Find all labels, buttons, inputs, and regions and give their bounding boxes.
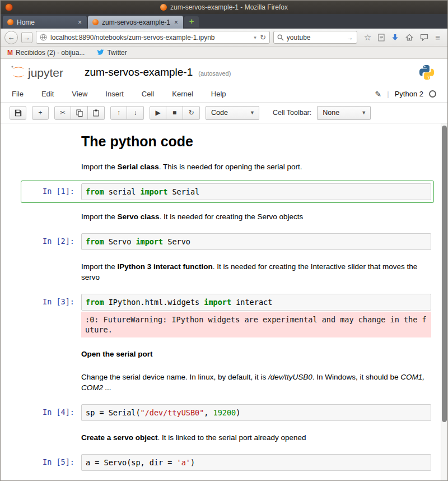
interrupt-kernel-button[interactable]: ■ [166,106,183,120]
code-line: sp = Serial("/dev/ttyUSB0", 19200) [86,408,427,418]
bookmark-twitter[interactable]: Twitter [97,49,127,57]
bookmark-label: Twitter [107,49,127,57]
bookmark-label: Recibidos (2) - obijua... [16,49,85,57]
notebook-menubar: File Edit View Insert Cell Kernel Help ✎… [1,86,447,103]
restart-kernel-button[interactable]: ↻ [183,106,200,120]
run-cell-button[interactable]: ▶ [150,106,166,120]
markdown-cell[interactable]: Import the Servo class. It is needed for… [21,207,434,226]
gmail-icon: M [7,49,13,57]
markdown-paragraph: Open the serial port [81,349,431,359]
code-input[interactable]: from serial import Serial [81,183,431,200]
menu-item-view[interactable]: View [72,90,87,98]
markdown-cell[interactable]: Open the serial port [21,345,434,363]
input-prompt: In [4]: [24,404,81,421]
notebook-content: The python code Import the Serial class.… [1,123,447,480]
copy-cell-button[interactable] [71,106,88,120]
cell-type-select[interactable]: Code ▼ [206,106,259,120]
window-close-button[interactable] [5,3,13,11]
markdown-cell[interactable]: The python code [21,131,434,153]
site-identity-icon[interactable] [40,34,47,41]
code-cell-5[interactable]: In [5]: a = Servo(sp, dir = 'a') [21,451,434,474]
search-go-icon[interactable]: → [347,34,353,41]
markdown-cell[interactable]: Create a servo object. It is linked to t… [21,428,434,447]
home-icon[interactable] [405,34,413,41]
markdown-cell[interactable]: Change the serial device name. In linux,… [21,368,434,397]
tab-bar: Home × zum-servos-example-1 × + [1,14,447,29]
jupyter-logo[interactable]: jupyter [10,64,72,81]
add-cell-button[interactable]: + [32,106,49,120]
scrollbar-thumb[interactable] [442,126,447,422]
menu-item-help[interactable]: Help [211,90,226,98]
python-logo [418,64,435,81]
cell-type-value: Code [211,109,228,117]
svg-text:jupyter: jupyter [27,66,63,79]
nav-action-icons: ☆ ≡ [361,33,444,41]
hello-chat-icon[interactable] [420,34,428,41]
copy-icon [76,109,83,117]
code-cell-1[interactable]: In [1]: from serial import Serial [21,181,434,203]
cell-prompt [24,260,81,284]
cell-prompt [24,431,81,444]
code-line: from IPython.html.widgets import interac… [86,297,427,307]
code-input[interactable]: from IPython.html.widgets import interac… [81,294,431,311]
content-scrollbar[interactable] [441,123,447,480]
menubar-divider: | [387,90,389,98]
tab-close-icon[interactable]: × [77,18,82,26]
cell-prompt [24,371,81,394]
bookmarks-panel-icon[interactable] [378,34,385,41]
autosave-status: (autosaved) [198,70,231,77]
paste-clipboard-icon [93,109,99,117]
search-icon [277,34,284,41]
code-input[interactable]: a = Servo(sp, dir = 'a') [81,454,431,471]
paste-cell-button[interactable] [88,106,105,120]
forward-button[interactable]: → [21,32,32,43]
move-cell-up-button[interactable]: ↑ [110,106,127,120]
notebook-toolbar: + ✂ ↑ ↓ ▶ ■ ↻ C [1,103,447,123]
window-title: zum-servos-example-1 - Mozilla Firefox [170,3,288,11]
cell-prompt [24,348,81,360]
url-dropdown-icon[interactable]: ▾ [254,35,256,40]
firefox-icon [160,4,167,11]
bookmark-star-icon[interactable]: ☆ [364,33,371,41]
tab-close-icon[interactable]: × [174,18,179,26]
firefox-window: zum-servos-example-1 - Mozilla Firefox H… [0,0,448,481]
markdown-paragraph: Import the Servo class. It is needed for… [81,211,431,222]
tab-label: Home [17,18,74,26]
code-input[interactable]: sp = Serial("/dev/ttyUSB0", 19200) [81,404,431,421]
tab-home[interactable]: Home × [3,16,87,29]
url-bar[interactable]: ▾ ↻ [36,31,270,44]
cell-toolbar-select[interactable]: None ▼ [317,106,371,120]
markdown-cell[interactable]: Interactive widget for moving the servo [21,478,434,480]
menu-item-file[interactable]: File [12,90,24,98]
reload-icon[interactable]: ↻ [260,33,266,41]
tab-notebook[interactable]: zum-servos-example-1 × [88,16,183,29]
url-input[interactable] [50,34,250,41]
menu-item-insert[interactable]: Insert [105,90,124,98]
markdown-cell[interactable]: Import the IPython 3 interact function. … [21,257,434,286]
code-cell-2[interactable]: In [2]: from Servo import Servo [21,230,434,253]
search-input[interactable] [287,34,344,41]
downloads-icon[interactable] [391,34,399,41]
cell-toolbar-label: Cell Toolbar: [273,109,311,117]
menu-item-kernel[interactable]: Kernel [172,90,193,98]
save-button[interactable] [10,106,26,120]
cut-cell-button[interactable]: ✂ [54,106,71,120]
menu-hamburger-icon[interactable]: ≡ [435,33,440,41]
code-input[interactable]: from Servo import Servo [81,233,431,250]
code-cell-3[interactable]: In [3]: from IPython.html.widgets import… [21,291,434,340]
bookmark-gmail[interactable]: M Recibidos (2) - obijua... [7,49,85,57]
back-button[interactable]: ← [4,31,18,44]
markdown-cell[interactable]: Import the Serial class. This is needed … [21,158,434,176]
menu-item-edit[interactable]: Edit [41,90,54,98]
notebook-title[interactable]: zum-servos-example-1 [85,66,193,78]
code-cell-4[interactable]: In [4]: sp = Serial("/dev/ttyUSB0", 1920… [21,401,434,424]
tab-favicon-icon [92,19,99,25]
select-caret-icon: ▼ [361,110,366,115]
code-line: a = Servo(sp, dir = 'a') [86,457,427,468]
menu-item-cell[interactable]: Cell [142,90,154,98]
search-bar[interactable]: → [273,31,357,44]
new-tab-button[interactable]: + [184,16,199,27]
cell-prompt [24,210,81,223]
move-cell-down-button[interactable]: ↓ [127,106,144,120]
notebook-header: jupyter zum-servos-example-1 (autosaved) [1,59,447,86]
